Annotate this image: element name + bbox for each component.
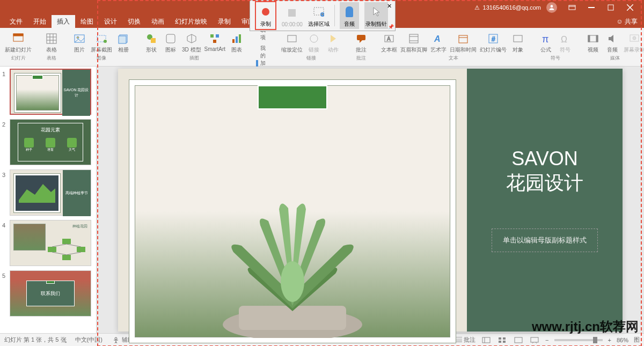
close-button[interactable] — [620, 0, 640, 15]
tab-file[interactable]: 文件 — [4, 15, 28, 28]
svg-rect-48 — [514, 35, 522, 42]
watermark: www.rjtj.cn软荐网 — [532, 318, 639, 335]
slide-canvas[interactable]: SAVON 花园设计 单击以编辑母版副标题样式 — [97, 67, 644, 333]
video-button[interactable]: 视频 — [585, 32, 601, 54]
svg-point-34 — [310, 35, 318, 42]
slidenumber-button[interactable]: #幻灯片编号 — [480, 32, 507, 54]
svg-rect-32 — [256, 60, 258, 67]
group-slides: 幻灯片 — [11, 55, 26, 62]
svg-rect-3 — [588, 7, 595, 8]
svg-marker-37 — [360, 40, 362, 43]
action-button[interactable]: 动作 — [325, 32, 341, 54]
screenrec-button[interactable]: 屏幕录制 — [624, 32, 644, 54]
comment-button[interactable]: 批注 — [353, 32, 369, 54]
group-symbols: 符号 — [551, 55, 560, 62]
svg-line-69 — [67, 244, 81, 247]
svg-text:A: A — [434, 34, 441, 43]
chart-button[interactable]: 图表 — [229, 32, 245, 54]
sorter-view-button[interactable] — [497, 336, 508, 344]
slide-subtitle-placeholder[interactable]: 单击以编辑母版副标题样式 — [492, 229, 598, 252]
tab-animations[interactable]: 动画 — [146, 15, 170, 28]
svg-line-68 — [52, 244, 67, 247]
share-button[interactable]: ☺ 共享 — [610, 17, 644, 26]
svg-rect-8 — [13, 34, 23, 36]
screenshot-button[interactable]: 屏幕截图 — [91, 32, 112, 54]
svg-rect-81 — [503, 341, 506, 343]
reading-view-button[interactable] — [513, 336, 524, 344]
svg-rect-21 — [151, 38, 156, 43]
maximize-button[interactable] — [601, 0, 620, 15]
table-button[interactable]: 表格 — [43, 32, 60, 54]
thumbnail-3[interactable]: 3 高端种植季节 — [2, 170, 94, 216]
normal-view-button[interactable] — [481, 336, 492, 344]
svg-rect-65 — [48, 247, 56, 252]
fit-window-button[interactable]: 图 — [634, 336, 640, 344]
tab-insert[interactable]: 插入 — [52, 15, 75, 28]
thumbnail-4[interactable]: 4 种植花园 — [2, 220, 94, 266]
record-pin-icon[interactable]: 📌 — [388, 24, 394, 30]
microphone-icon — [346, 6, 353, 17]
zoom-out-button[interactable]: − — [545, 337, 548, 343]
avatar[interactable] — [546, 2, 557, 13]
shape-button[interactable]: 形状 — [143, 32, 159, 54]
svg-rect-25 — [210, 34, 214, 38]
tab-transitions[interactable]: 切换 — [122, 15, 146, 28]
svg-rect-30 — [239, 34, 241, 43]
svg-text:+: + — [321, 12, 324, 17]
record-audio-button[interactable]: 音频 — [340, 2, 359, 29]
svg-point-74 — [281, 261, 304, 302]
album-button[interactable]: 相册 — [115, 32, 131, 54]
record-pointer-button[interactable]: 录制指针 — [364, 2, 388, 29]
thumbnail-1[interactable]: 1 SAVON 花园设计 — [2, 69, 94, 115]
audio-button[interactable]: 音频 — [604, 32, 620, 54]
tab-draw[interactable]: 绘图 — [75, 15, 99, 28]
zoomrect-button[interactable]: 缩放定位 — [281, 32, 303, 54]
new-slide-button[interactable]: 新建幻灯片 — [5, 32, 32, 54]
record-start-button[interactable]: 录制 — [255, 1, 276, 30]
svg-point-57 — [262, 8, 269, 16]
zoom-slider[interactable] — [554, 339, 603, 341]
tab-record[interactable]: 录制 — [213, 15, 236, 28]
svg-marker-54 — [609, 35, 613, 42]
comments-button[interactable]: ▤ 批注 — [456, 336, 475, 344]
slideshow-view-button[interactable] — [529, 336, 540, 344]
icon-button[interactable]: 图标 — [163, 32, 179, 54]
slide-main[interactable]: SAVON 花园设计 单击以编辑母版副标题样式 — [118, 69, 623, 332]
svg-rect-76 — [482, 337, 490, 343]
svg-rect-53 — [596, 35, 598, 42]
thumbnail-2[interactable]: 2 花园元素 种子 培育 天气 — [2, 119, 94, 165]
object-button[interactable]: 对象 — [510, 32, 526, 54]
textbox-button[interactable]: A文本框 — [381, 32, 397, 54]
record-close-button[interactable]: ✕ — [387, 3, 392, 10]
tab-design[interactable]: 设计 — [99, 15, 122, 28]
account-label[interactable]: 1316540616@qq.com — [483, 4, 541, 11]
svg-rect-40 — [409, 34, 418, 43]
ribbon-display-icon[interactable] — [562, 0, 582, 15]
record-select-area-button[interactable]: + 选择区域 — [308, 3, 330, 28]
3dmodel-button[interactable]: 3D 模型 — [182, 32, 201, 54]
equation-button[interactable]: π公式 — [538, 32, 554, 54]
zoom-level[interactable]: 86% — [617, 337, 628, 343]
minimize-button[interactable] — [582, 0, 601, 15]
slide-title[interactable]: SAVON 花园设计 — [506, 148, 583, 196]
group-tables: 表格 — [47, 55, 56, 62]
wordart-button[interactable]: A艺术字 — [430, 32, 447, 54]
smartart-button[interactable]: SmartArt — [204, 32, 225, 54]
svg-rect-64 — [62, 239, 71, 244]
image-button[interactable]: 图片 — [71, 32, 87, 54]
headerfooter-button[interactable]: 页眉和页脚 — [400, 32, 427, 54]
symbol-button[interactable]: Ω符号 — [557, 32, 573, 54]
tab-home[interactable]: 开始 — [28, 15, 52, 28]
thumbnail-5[interactable]: 5 联系我们 — [2, 270, 94, 316]
zoom-in-button[interactable]: + — [608, 337, 611, 343]
svg-rect-82 — [515, 337, 522, 343]
svg-marker-63 — [19, 184, 55, 203]
link-button[interactable]: 链接 — [306, 32, 322, 54]
tab-slideshow[interactable]: 幻灯片放映 — [170, 15, 213, 28]
language-label[interactable]: 中文(中国) — [75, 336, 103, 344]
datetime-button[interactable]: 日期和时间 — [450, 32, 477, 54]
svg-rect-83 — [531, 337, 538, 342]
svg-rect-80 — [499, 341, 501, 343]
svg-text:#: # — [492, 35, 495, 43]
svg-point-17 — [104, 40, 107, 43]
